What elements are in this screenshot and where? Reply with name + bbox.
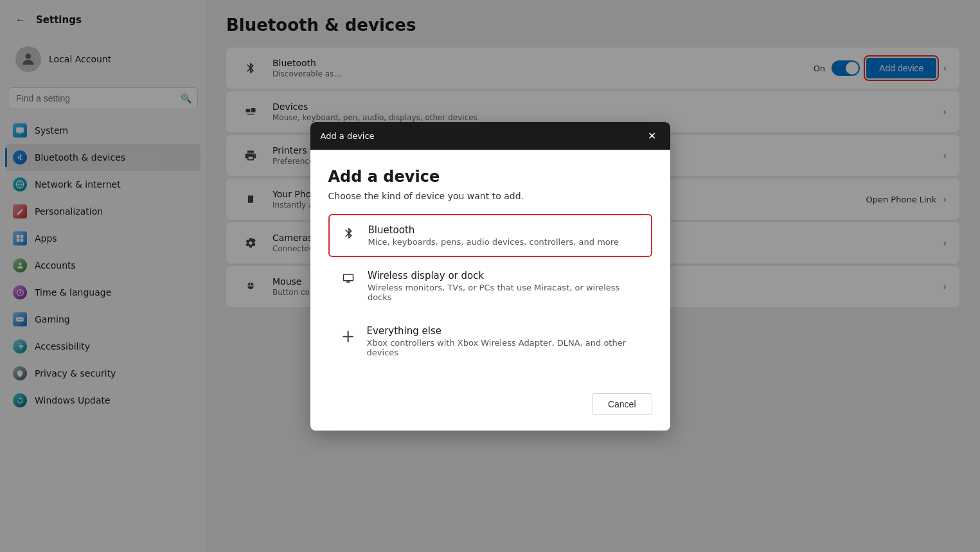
wireless-option-title: Wireless display or dock	[368, 270, 641, 281]
device-option-bluetooth[interactable]: Bluetooth Mice, keyboards, pens, audio d…	[328, 214, 652, 257]
everything-option-text: Everything else Xbox controllers with Xb…	[367, 325, 641, 357]
modal-body: Add a device Choose the kind of device y…	[310, 150, 670, 383]
add-device-modal: Add a device ✕ Add a device Choose the k…	[310, 122, 670, 431]
everything-option-title: Everything else	[367, 325, 641, 337]
svg-rect-16	[344, 274, 353, 281]
bluetooth-option-desc: Mice, keyboards, pens, audio devices, co…	[368, 237, 619, 247]
wireless-option-icon	[340, 271, 357, 287]
device-option-everything[interactable]: + Everything else Xbox controllers with …	[328, 315, 652, 368]
everything-option-desc: Xbox controllers with Xbox Wireless Adap…	[367, 338, 641, 357]
everything-option-icon: +	[340, 326, 357, 346]
device-option-wireless[interactable]: Wireless display or dock Wireless monito…	[328, 260, 652, 312]
modal-titlebar: Add a device ✕	[310, 122, 670, 150]
modal-overlay: Add a device ✕ Add a device Choose the k…	[0, 0, 980, 552]
bluetooth-option-title: Bluetooth	[368, 224, 619, 236]
wireless-option-text: Wireless display or dock Wireless monito…	[368, 270, 641, 302]
modal-subtitle: Choose the kind of device you want to ad…	[328, 191, 652, 201]
modal-heading: Add a device	[328, 168, 652, 186]
bluetooth-option-icon	[340, 226, 358, 244]
modal-footer: Cancel	[310, 383, 670, 431]
cancel-button[interactable]: Cancel	[592, 393, 652, 415]
bluetooth-option-text: Bluetooth Mice, keyboards, pens, audio d…	[368, 224, 619, 247]
wireless-option-desc: Wireless monitors, TVs, or PCs that use …	[368, 283, 641, 302]
modal-titlebar-text: Add a device	[321, 131, 375, 141]
modal-close-button[interactable]: ✕	[644, 129, 660, 143]
